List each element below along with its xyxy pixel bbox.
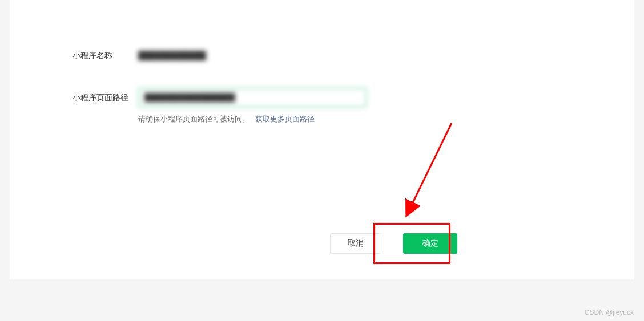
help-text: 请确保小程序页面路径可被访问。 [138, 115, 249, 123]
form-row-path: 小程序页面路径 请确保小程序页面路径可被访问。 获取更多页面路径 [10, 88, 634, 124]
path-input[interactable] [138, 88, 367, 107]
dialog-container: 小程序名称 ████████████ 小程序页面路径 请确保小程序页面路径可被访… [10, 0, 634, 279]
confirm-button[interactable]: 确定 [403, 233, 457, 254]
get-more-paths-link[interactable]: 获取更多页面路径 [255, 115, 315, 123]
dialog-footer: 取消 确定 [330, 233, 457, 254]
watermark: CSDN @jieyucx [585, 308, 634, 316]
cancel-button[interactable]: 取消 [330, 233, 381, 254]
path-value-container: 请确保小程序页面路径可被访问。 获取更多页面路径 [138, 88, 634, 124]
name-value: ████████████ [138, 46, 634, 65]
form-row-name: 小程序名称 ████████████ [10, 46, 634, 65]
path-label: 小程序页面路径 [73, 88, 138, 107]
name-value-container: ████████████ [138, 46, 634, 65]
name-label: 小程序名称 [73, 46, 138, 65]
svg-line-1 [407, 123, 452, 214]
help-text-row: 请确保小程序页面路径可被访问。 获取更多页面路径 [138, 114, 634, 124]
annotation-arrow-icon [389, 120, 457, 223]
